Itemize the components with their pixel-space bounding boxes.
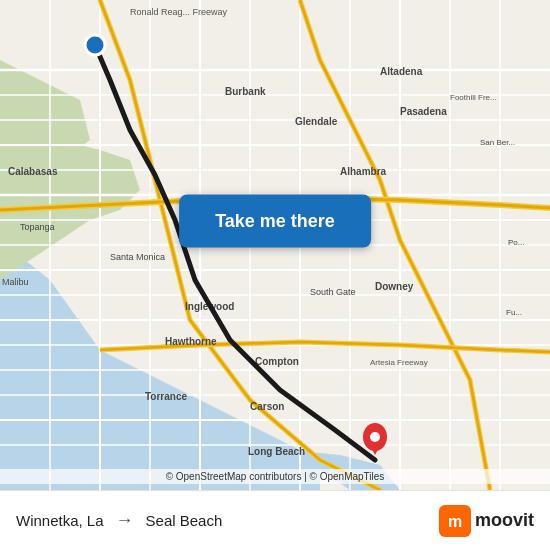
svg-text:Downey: Downey xyxy=(375,281,414,292)
map-attribution: © OpenStreetMap contributors | © OpenMap… xyxy=(0,469,550,484)
svg-text:Burbank: Burbank xyxy=(225,86,266,97)
destination-label: Seal Beach xyxy=(146,512,223,529)
origin-label: Winnetka, La xyxy=(16,512,104,529)
route-info: Winnetka, La → Seal Beach xyxy=(16,510,222,531)
svg-text:Long Beach: Long Beach xyxy=(248,446,305,457)
svg-text:South Gate: South Gate xyxy=(310,287,356,297)
footer: Winnetka, La → Seal Beach m moovit xyxy=(0,490,550,550)
svg-text:Altadena: Altadena xyxy=(380,66,423,77)
svg-point-57 xyxy=(370,432,380,442)
svg-text:Glendale: Glendale xyxy=(295,116,338,127)
svg-text:m: m xyxy=(448,513,462,530)
svg-text:Malibu: Malibu xyxy=(2,277,29,287)
take-me-there-button[interactable]: Take me there xyxy=(179,194,371,247)
svg-text:Torrance: Torrance xyxy=(145,391,187,402)
svg-text:Topanga: Topanga xyxy=(20,222,55,232)
moovit-text: moovit xyxy=(475,510,534,531)
svg-text:Santa Monica: Santa Monica xyxy=(110,252,165,262)
svg-text:Hawthorne: Hawthorne xyxy=(165,336,217,347)
arrow-icon: → xyxy=(116,510,134,531)
moovit-logo-icon: m xyxy=(439,505,471,537)
svg-point-54 xyxy=(85,35,105,55)
svg-text:Pasadena: Pasadena xyxy=(400,106,447,117)
moovit-logo: m moovit xyxy=(439,505,534,537)
svg-text:Carson: Carson xyxy=(250,401,284,412)
svg-text:Po...: Po... xyxy=(508,238,524,247)
svg-text:Ronald Reag... Freeway: Ronald Reag... Freeway xyxy=(130,7,228,17)
map-container: Ronald Reag... Freeway Calabasas Topanga… xyxy=(0,0,550,490)
svg-text:Alhambra: Alhambra xyxy=(340,166,387,177)
svg-text:Fu...: Fu... xyxy=(506,308,522,317)
svg-text:Artesia Freeway: Artesia Freeway xyxy=(370,358,428,367)
svg-text:Calabasas: Calabasas xyxy=(8,166,58,177)
svg-text:Foothill Fre...: Foothill Fre... xyxy=(450,93,497,102)
svg-text:Compton: Compton xyxy=(255,356,299,367)
svg-text:San Ber...: San Ber... xyxy=(480,138,515,147)
